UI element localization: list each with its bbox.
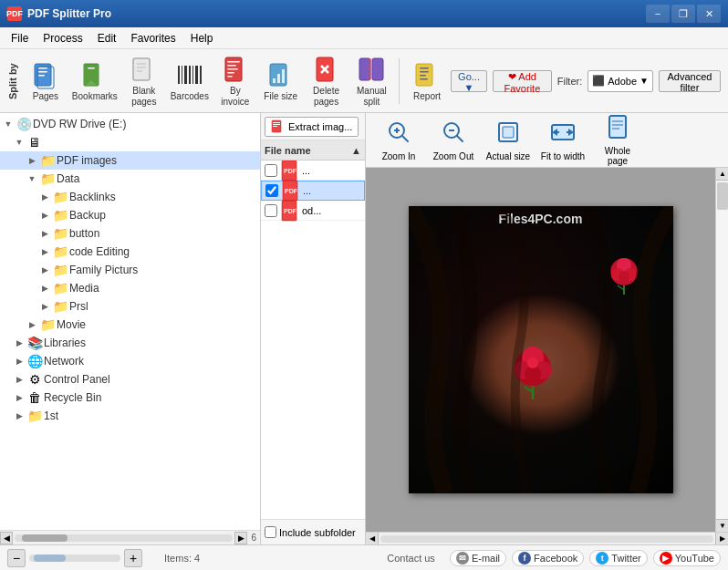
- filter-dropdown[interactable]: ⬛ Adobe ▼: [588, 70, 653, 92]
- expand-network[interactable]: ▶: [13, 355, 26, 368]
- file-item-3[interactable]: PDF od...: [261, 201, 365, 221]
- pages-button[interactable]: Pages: [24, 55, 68, 108]
- button-folder-icon: 📁: [53, 226, 68, 241]
- preview-scroll-up[interactable]: ▲: [716, 168, 728, 181]
- expand-control-panel[interactable]: ▶: [13, 373, 26, 386]
- expand-button-folder[interactable]: ▶: [38, 227, 51, 240]
- tree-item-button[interactable]: ▶ 📁 button: [0, 224, 260, 243]
- preview-scroll-left[interactable]: ◀: [366, 533, 379, 545]
- file-checkbox-2[interactable]: [265, 184, 278, 197]
- advanced-filter-button[interactable]: Advanced filter: [659, 70, 721, 92]
- movie-label: Movie: [57, 318, 86, 331]
- barcodes-button[interactable]: Barcodes: [168, 55, 212, 108]
- file-checkbox-1[interactable]: [265, 164, 277, 177]
- expand-libraries[interactable]: ▶: [13, 337, 26, 349]
- by-invoice-button[interactable]: By invoice: [213, 55, 257, 108]
- include-subfolder-checkbox[interactable]: Include subfolder: [265, 526, 356, 538]
- tree-item-media[interactable]: ▶ 📁 Media: [0, 279, 260, 297]
- tree-item-movie[interactable]: ▶ 📁 Movie: [0, 316, 260, 334]
- tree-hscroll-thumb[interactable]: [22, 534, 68, 542]
- go-button[interactable]: Go... ▼: [451, 70, 487, 92]
- contact-label: Contact us: [387, 553, 435, 564]
- tree-item-backlinks[interactable]: ▶ 📁 Backlinks: [0, 188, 260, 206]
- file-size-button[interactable]: File size: [259, 55, 303, 108]
- bookmarks-icon: [80, 60, 109, 89]
- svg-rect-58: [503, 127, 514, 138]
- tree-item-dvd[interactable]: ▼ 💿 DVD RW Drive (E:): [0, 115, 260, 133]
- add-favorite-button[interactable]: ❤ Add Favorite: [493, 70, 552, 92]
- tree-item-1st[interactable]: ▶ 📁 1st: [0, 407, 260, 425]
- menu-process[interactable]: Process: [36, 30, 89, 47]
- zoom-out-button[interactable]: Zoom Out: [428, 117, 479, 164]
- twitter-button[interactable]: t Twitter: [589, 550, 647, 566]
- tree-scroll-left[interactable]: ◀: [0, 532, 13, 544]
- menu-favorites[interactable]: Favorites: [123, 30, 182, 47]
- zoom-decrease-button[interactable]: −: [7, 549, 26, 567]
- email-button[interactable]: ✉ E-mail: [450, 550, 506, 566]
- preview-vscroll-thumb[interactable]: [717, 182, 728, 210]
- report-button[interactable]: Report: [405, 55, 449, 108]
- zoom-increase-button[interactable]: +: [124, 549, 142, 567]
- expand-1st[interactable]: ▶: [13, 409, 26, 422]
- minimize-button[interactable]: −: [646, 5, 670, 23]
- expand-backlinks[interactable]: ▶: [38, 191, 51, 203]
- facebook-icon: f: [518, 552, 531, 565]
- expand-computer[interactable]: ▼: [13, 136, 26, 149]
- actual-size-button[interactable]: Actual size: [483, 117, 534, 164]
- file-tree[interactable]: ▼ 💿 DVD RW Drive (E:) ▼ 🖥 ▶ 📁 PDF images…: [0, 113, 260, 530]
- expand-recycle-bin[interactable]: ▶: [13, 391, 26, 404]
- expand-backup[interactable]: ▶: [38, 209, 51, 222]
- pdf-images-folder-icon: 📁: [40, 153, 55, 168]
- tree-item-data[interactable]: ▼ 📁 Data: [0, 170, 260, 188]
- blank-pages-button[interactable]: Blank pages: [122, 55, 166, 108]
- preview-vscroll-track: [716, 181, 728, 519]
- expand-data[interactable]: ▼: [26, 172, 38, 185]
- menu-file[interactable]: File: [4, 30, 36, 47]
- zoom-in-button[interactable]: Zoom In: [373, 117, 424, 164]
- tree-item-libraries[interactable]: ▶ 📚 Libraries: [0, 334, 260, 352]
- tree-item-pdf-images[interactable]: ▶ 📁 PDF images: [0, 151, 260, 170]
- expand-movie[interactable]: ▶: [26, 318, 38, 331]
- subfolder-cb-input[interactable]: [265, 526, 276, 538]
- expand-code-editing[interactable]: ▶: [38, 245, 51, 258]
- tree-scroll-right[interactable]: ▶: [234, 532, 247, 544]
- extract-images-button[interactable]: Extract imag...: [265, 117, 359, 137]
- tree-item-network[interactable]: ▶ 🌐 Network: [0, 352, 260, 370]
- facebook-button[interactable]: f Facebook: [512, 550, 584, 566]
- file-item-2[interactable]: PDF ...: [261, 181, 365, 201]
- menu-edit[interactable]: Edit: [90, 30, 124, 47]
- by-invoice-icon: [221, 55, 250, 84]
- tree-item-recycle-bin[interactable]: ▶ 🗑 Recycle Bin: [0, 389, 260, 407]
- menu-help[interactable]: Help: [183, 30, 221, 47]
- expand-media[interactable]: ▶: [38, 282, 51, 295]
- preview-scroll-right[interactable]: ▶: [715, 533, 728, 545]
- tree-item-control-panel[interactable]: ▶ ⚙ Control Panel: [0, 370, 260, 389]
- tree-item-backup[interactable]: ▶ 📁 Backup: [0, 206, 260, 224]
- bookmarks-button[interactable]: Bookmarks: [69, 55, 120, 108]
- fit-to-width-button[interactable]: Fit to width: [537, 117, 588, 164]
- close-button[interactable]: ✕: [697, 5, 721, 23]
- file-checkbox-3[interactable]: [265, 204, 277, 217]
- expand-pdf-images[interactable]: ▶: [26, 154, 38, 167]
- expand-dvd[interactable]: ▼: [2, 118, 15, 130]
- whole-page-button[interactable]: Whole page: [592, 117, 643, 164]
- split-by-label: Split by: [7, 58, 18, 104]
- expand-family[interactable]: ▶: [38, 264, 51, 276]
- 1st-icon: 📁: [27, 409, 42, 423]
- file-item-1[interactable]: PDF ...: [261, 161, 365, 181]
- delete-pages-button[interactable]: Delete pages: [305, 55, 348, 108]
- youtube-button[interactable]: ▶ YouTube: [653, 550, 721, 566]
- preview-scroll-down[interactable]: ▼: [716, 519, 728, 532]
- file-list-header[interactable]: File name ▲: [261, 140, 365, 161]
- tree-item-computer[interactable]: ▼ 🖥: [0, 133, 260, 151]
- toolbar-separator: [399, 58, 400, 104]
- tree-item-family[interactable]: ▶ 📁 Family Picturs: [0, 261, 260, 279]
- zoom-slider-thumb: [34, 554, 66, 562]
- tree-item-prsl[interactable]: ▶ 📁 Prsl: [0, 297, 260, 316]
- family-icon: 📁: [53, 263, 68, 277]
- zoom-slider-track[interactable]: [29, 554, 120, 562]
- tree-item-code-editing[interactable]: ▶ 📁 code Editing: [0, 243, 260, 261]
- restore-button[interactable]: ❐: [671, 5, 695, 23]
- manual-split-button[interactable]: Manual split: [349, 55, 393, 108]
- expand-prsl[interactable]: ▶: [38, 300, 51, 313]
